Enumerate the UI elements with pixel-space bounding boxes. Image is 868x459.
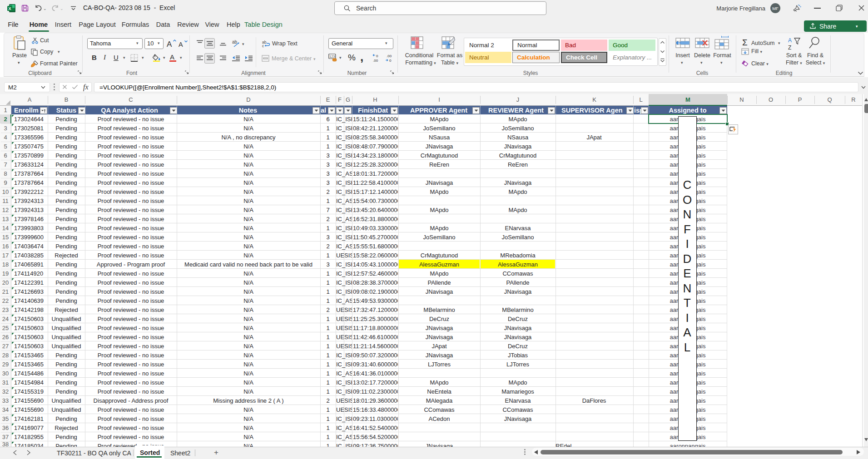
svg-text:A: A xyxy=(167,40,172,49)
svg-text:0: 0 xyxy=(376,54,378,58)
svg-text:Z: Z xyxy=(788,44,791,51)
svg-text:A: A xyxy=(179,41,183,48)
svg-text:X: X xyxy=(8,6,11,11)
svg-text:.00: .00 xyxy=(387,54,392,58)
svg-text:ab: ab xyxy=(232,39,238,44)
svg-text:0: 0 xyxy=(389,59,392,63)
svg-text:.00: .00 xyxy=(373,59,378,63)
svg-text:123: 123 xyxy=(329,54,335,59)
svg-text:A: A xyxy=(788,37,792,44)
